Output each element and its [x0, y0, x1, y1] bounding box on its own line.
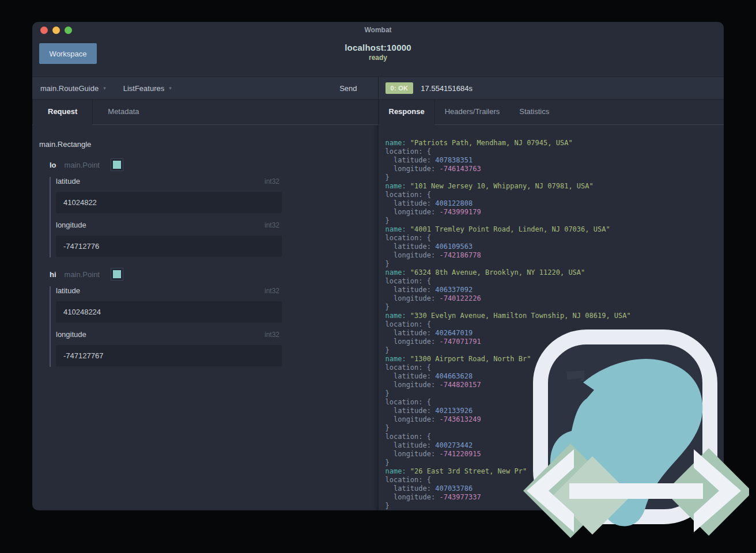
- titlebar: Wombat: [32, 22, 724, 38]
- app-title: Wombat: [32, 22, 724, 38]
- field-group-hi: hi main.Point latitude int32: [50, 268, 371, 367]
- response-tabbar: Response Headers/Trailers Statistics: [379, 100, 724, 125]
- response-panel: 0: OK 17.554151684s Response Headers/Tra…: [378, 77, 724, 510]
- field-primitive-type: int32: [264, 331, 279, 339]
- status-badge: 0: OK: [385, 82, 414, 94]
- tab-metadata[interactable]: Metadata: [93, 100, 154, 124]
- field-label: latitude: [56, 286, 80, 295]
- field-enabled-checkbox[interactable]: [111, 159, 123, 171]
- field-type: main.Point: [65, 161, 100, 169]
- field-type: main.Point: [65, 270, 100, 279]
- hi-latitude-input[interactable]: [56, 301, 282, 323]
- request-toolbar: main.RouteGuide ▾ ListFeatures ▾ Send: [32, 77, 378, 100]
- connection-header: Workspace localhost:10000 ready: [32, 38, 724, 77]
- tab-request[interactable]: Request: [32, 100, 93, 124]
- field-label: longitude: [56, 330, 86, 339]
- app-window: Wombat Workspace localhost:10000 ready m…: [32, 22, 724, 510]
- send-button[interactable]: Send: [339, 84, 357, 93]
- field-label: longitude: [56, 221, 86, 229]
- tab-statistics[interactable]: Statistics: [509, 100, 559, 124]
- lo-latitude-input[interactable]: [56, 192, 282, 213]
- request-panel: main.RouteGuide ▾ ListFeatures ▾ Send Re…: [32, 77, 378, 510]
- field-label: latitude: [56, 177, 80, 185]
- method-select[interactable]: ListFeatures: [123, 84, 165, 93]
- field-primitive-type: int32: [264, 177, 279, 185]
- field-primitive-type: int32: [264, 221, 279, 229]
- field-enabled-checkbox[interactable]: [111, 268, 123, 280]
- response-statusbar: 0: OK 17.554151684s: [379, 77, 724, 100]
- chevron-down-icon: ▾: [103, 85, 106, 91]
- lo-longitude-input[interactable]: [56, 236, 282, 257]
- field-name: hi: [50, 270, 56, 279]
- request-form: main.Rectangle lo main.Point latitude in…: [32, 125, 378, 510]
- connection-host: localhost:10000: [32, 43, 724, 52]
- field-group-lo: lo main.Point latitude int32: [50, 158, 371, 257]
- chevron-down-icon: ▾: [169, 85, 172, 91]
- field-name: lo: [50, 161, 56, 169]
- tab-response[interactable]: Response: [379, 100, 435, 124]
- field-primitive-type: int32: [264, 287, 279, 295]
- response-body[interactable]: name: "Patriots Path, Mendham, NJ 07945,…: [379, 125, 724, 510]
- service-select[interactable]: main.RouteGuide: [40, 84, 99, 93]
- connection-status: ready: [32, 54, 724, 62]
- hi-longitude-input[interactable]: [56, 345, 282, 366]
- message-type-label: main.Rectangle: [39, 140, 371, 149]
- request-tabbar: Request Metadata: [32, 100, 378, 125]
- tab-headers-trailers[interactable]: Headers/Trailers: [435, 100, 510, 124]
- elapsed-time: 17.554151684s: [421, 84, 472, 93]
